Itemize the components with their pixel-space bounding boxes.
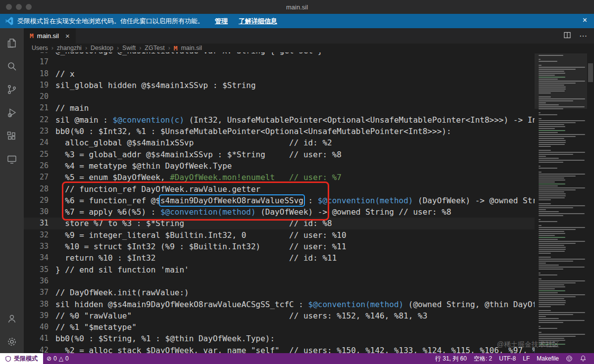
learn-more-link[interactable]: 了解详细信息 <box>239 17 277 26</box>
line-number: 35 <box>24 264 55 275</box>
code-line[interactable]: 18// x <box>24 68 594 80</box>
minimap-row <box>539 154 573 155</box>
sidebar-item-remote-explorer[interactable] <box>0 147 24 171</box>
code-line[interactable]: 34 return %10 : $Int32 // id: %11 <box>24 252 594 264</box>
makefile-icon: M <box>30 32 34 40</box>
sidebar-item-run-debug[interactable] <box>0 101 24 124</box>
code-line[interactable]: 27 %5 = enum $DayOfWeek, #DayOfWeek.mon!… <box>24 172 594 183</box>
banner-close-icon[interactable]: × <box>583 16 587 25</box>
code-line[interactable]: 25 %3 = global_addr @$s4main1xSSvp : $*S… <box>24 149 594 160</box>
tab-main-sil[interactable]: M main.sil × <box>24 28 76 44</box>
code-segment: %7 = apply %6(%5) : <box>55 207 160 217</box>
breadcrumb-item[interactable]: Swift <box>122 45 136 51</box>
split-editor-icon[interactable] <box>563 31 571 41</box>
breadcrumb-separator-icon: › <box>51 45 53 51</box>
more-actions-icon[interactable]: ⋯ <box>579 31 587 41</box>
sidebar-item-explorer[interactable] <box>0 31 24 54</box>
settings-gear-icon[interactable] <box>0 330 24 353</box>
notifications-bell-icon[interactable] <box>576 353 590 364</box>
line-number: 37 <box>24 287 55 298</box>
minimap-slider[interactable] <box>535 53 587 109</box>
code-segment: // %1 "$metatype" <box>55 322 137 332</box>
breadcrumb-item[interactable]: Users <box>32 45 48 51</box>
language-mode[interactable]: Makefile <box>533 353 562 364</box>
minimap[interactable] <box>535 52 587 353</box>
line-number: 36 <box>24 275 55 287</box>
code-line[interactable]: 24 alloc_global @$s4main1xSSvp // id: %2 <box>24 137 594 148</box>
encoding-indicator[interactable]: UTF-8 <box>495 353 519 364</box>
code-line[interactable]: 20 <box>24 91 594 102</box>
code-line[interactable]: 38sil hidden @$s4main9DayOfWeekO8rawValu… <box>24 299 594 310</box>
close-window-button[interactable] <box>6 4 12 10</box>
minimap-row <box>539 142 566 143</box>
restricted-mode-badge[interactable]: 受限模式 <box>0 353 43 364</box>
restricted-mode-banner: 受限模式旨在实现安全地浏览代码。信任此窗口以启用所有功能。 管理 了解详细信息 … <box>0 14 594 28</box>
code-line[interactable]: 41bb0(%0 : $String, %1 : $@thin DayOfWee… <box>24 333 594 344</box>
minimap-row <box>539 298 564 299</box>
code-segment: sil hidden @$s4main9DayOfWeekO8rawValueA… <box>55 300 308 309</box>
code-segment: $@convention(method) <box>318 196 413 205</box>
code-line[interactable]: 31 store %7 to %3 : $*String // id: %8 <box>24 218 594 229</box>
problems-indicator[interactable]: ⊘ 0 △ 0 <box>43 353 72 364</box>
code-line[interactable]: 29 %6 = function_ref @$s4main9DayOfWeekO… <box>24 195 594 206</box>
minimap-row <box>539 193 566 194</box>
code-line[interactable]: 33 %10 = struct $Int32 (%9 : $Builtin.In… <box>24 241 594 252</box>
code-line[interactable]: 39// %0 "rawValue" // users: %152, %146,… <box>24 310 594 321</box>
code-line[interactable]: 30 %7 = apply %6(%5) : $@convention(meth… <box>24 206 594 218</box>
minimap-row <box>539 314 573 315</box>
code-line[interactable]: 16@_hasStorage @_hasInitialValue var x: … <box>24 52 594 56</box>
annotation-blue-box: s4main9DayOfWeekO8rawValueSSvg <box>160 196 303 205</box>
code-line[interactable]: 17 <box>24 56 594 68</box>
code-line[interactable]: 40// %1 "$metatype" <box>24 321 594 333</box>
code-line[interactable]: 19sil_global hidden @$s4main1xSSvp : $St… <box>24 80 594 91</box>
minimap-row <box>539 211 559 212</box>
account-icon[interactable] <box>0 307 24 330</box>
breadcrumb-item[interactable]: zhangzhi <box>57 45 82 51</box>
sidebar-item-extensions[interactable] <box>0 124 24 147</box>
minimap-row <box>539 346 558 347</box>
breadcrumb-item[interactable]: ZGTest <box>145 45 164 51</box>
feedback-icon[interactable] <box>562 353 576 364</box>
breadcrumb-item[interactable]: main.sil <box>181 45 202 51</box>
minimap-row <box>539 306 551 307</box>
editor[interactable]: 16@_hasStorage @_hasInitialValue var x: … <box>24 52 594 353</box>
code-line[interactable]: 28 // function_ref DayOfWeek.rawValue.ge… <box>24 183 594 195</box>
minimap-row <box>539 243 576 244</box>
minimap-row <box>539 304 565 305</box>
minimap-row <box>539 180 565 181</box>
scrollbar-thumb[interactable] <box>588 63 593 82</box>
banner-message: 受限模式旨在实现安全地浏览代码。信任此窗口以启用所有功能。 <box>17 17 204 26</box>
error-count: 0 <box>53 355 57 362</box>
minimap-row <box>539 288 555 289</box>
minimap-row <box>539 195 566 196</box>
line-number: 32 <box>24 229 55 241</box>
code-line[interactable]: 21// main <box>24 102 594 114</box>
code-segment: } // end sil function 'main' <box>55 265 189 274</box>
code-line[interactable]: 23bb0(%0 : $Int32, %1 : $UnsafeMutablePo… <box>24 126 594 137</box>
code-line[interactable]: 35} // end sil function 'main' <box>24 264 594 275</box>
code-line[interactable]: 42 %2 = alloc_stack $DayOfWeek, var, nam… <box>24 345 594 353</box>
cursor-position[interactable]: 行 31, 列 60 <box>432 353 470 364</box>
eol-indicator[interactable]: LF <box>519 353 533 364</box>
sidebar-item-search[interactable] <box>0 54 24 78</box>
indentation-indicator[interactable]: 空格: 2 <box>470 353 495 364</box>
breadcrumb-item[interactable]: Desktop <box>91 45 113 51</box>
code-line[interactable]: 36 <box>24 275 594 287</box>
tab-close-icon[interactable]: × <box>65 32 70 40</box>
code-line[interactable]: 26 %4 = metatype $@thin DayOfWeek.Type <box>24 160 594 172</box>
manage-link[interactable]: 管理 <box>215 17 228 26</box>
sidebar-item-source-control[interactable] <box>0 78 24 101</box>
minimize-window-button[interactable] <box>16 4 22 10</box>
minimap-row <box>539 334 585 335</box>
code-segment: %5 = enum $DayOfWeek, <box>55 173 170 182</box>
minimap-row <box>539 124 564 125</box>
code-segment: // DayOfWeek.init(rawValue:) <box>55 288 189 297</box>
code-line[interactable]: 37// DayOfWeek.init(rawValue:) <box>24 287 594 298</box>
line-number: 42 <box>24 345 55 353</box>
code-line[interactable]: 32 %9 = integer_literal $Builtin.Int32, … <box>24 229 594 241</box>
scrollbar[interactable] <box>587 52 594 353</box>
code-segment: %2 = alloc_stack $DayOfWeek, var, name "… <box>55 346 546 353</box>
breadcrumb-separator-icon: › <box>139 45 141 51</box>
zoom-window-button[interactable] <box>26 4 32 10</box>
code-line[interactable]: 22sil @main : $@convention(c) (Int32, Un… <box>24 114 594 126</box>
